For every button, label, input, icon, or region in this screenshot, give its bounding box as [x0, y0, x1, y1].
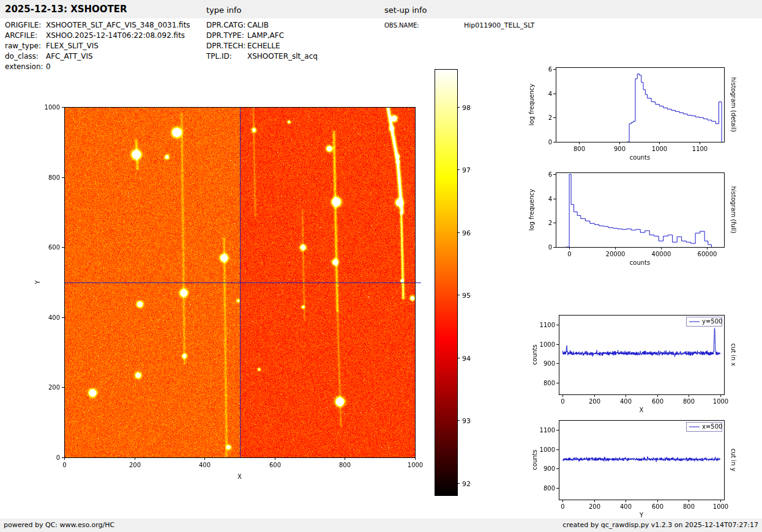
type-info-heading: type info: [206, 6, 242, 15]
origfile-value: XSHOOTER_SLT_AFC_VIS_348_0031.fits: [46, 21, 190, 29]
created-by-text: created by qc_rawdisp.py v1.2.3 on 2025-…: [562, 521, 758, 529]
dpr-catg-label: DPR.CATG:: [206, 21, 246, 29]
rawtype-value: FLEX_SLIT_VIS: [46, 42, 99, 50]
obs-name-label: OBS.NAME:: [384, 22, 419, 29]
obs-name-value: Hip011900_TELL_SLT: [464, 21, 535, 29]
cut-in-y-chart: [526, 411, 738, 527]
arcfile-value: XSHOO.2025-12-14T06:22:08.092.fits: [46, 31, 185, 40]
tpl-id-value: XSHOOTER_slt_acq: [247, 52, 318, 61]
setup-info-heading: set-up info: [384, 6, 427, 15]
arcfile-label: ARCFILE:: [5, 31, 37, 40]
detector-image-chart: [18, 61, 471, 508]
rawtype-label: raw_type:: [5, 42, 41, 50]
histogram-full-chart: [526, 163, 738, 276]
dpr-type-value: LAMP,AFC: [247, 31, 284, 40]
page-title: 2025-12-13: XSHOOTER: [5, 4, 127, 15]
dpr-catg-value: CALIB: [247, 21, 269, 29]
origfile-label: ORIGFILE:: [5, 21, 41, 29]
doclass-label: do_class:: [5, 52, 39, 61]
dpr-tech-value: ECHELLE: [247, 42, 280, 50]
doclass-value: AFC_ATT_VIS: [46, 52, 93, 61]
header-bar: 2025-12-13: XSHOOTER type info set-up in…: [0, 0, 762, 18]
cut-in-x-chart: [526, 306, 738, 422]
footer-bar: powered by QC: www.eso.org/HC created by…: [0, 519, 762, 532]
histogram-detail-chart: [526, 58, 738, 171]
tpl-id-label: TPL.ID:: [206, 52, 232, 61]
dpr-type-label: DPR.TYPE:: [206, 31, 244, 40]
qc-report-page: 2025-12-13: XSHOOTER type info set-up in…: [0, 0, 762, 532]
qc-home-link[interactable]: powered by QC: www.eso.org/HC: [4, 521, 114, 529]
dpr-tech-label: DPR.TECH:: [206, 42, 246, 50]
